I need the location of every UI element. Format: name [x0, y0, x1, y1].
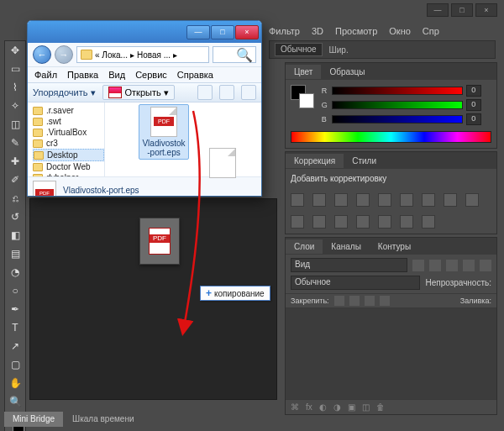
menu-view[interactable]: Просмотр [335, 26, 377, 36]
address-bar[interactable]: « Лока... ▸ Новая ... ▸ [76, 46, 209, 63]
g-slider[interactable] [332, 101, 463, 109]
move-tool-icon[interactable]: ✥ [5, 41, 25, 60]
history-brush-tool-icon[interactable]: ↺ [5, 208, 25, 226]
lock-pos-icon[interactable] [365, 296, 375, 306]
tree-item[interactable]: .swt [33, 116, 104, 127]
ps-close-button[interactable]: × [475, 3, 497, 17]
pen-tool-icon[interactable]: ✒ [5, 300, 25, 318]
open-split-button[interactable]: Открыть ▾ [102, 85, 175, 100]
tab-adjustments[interactable]: Коррекция [286, 154, 344, 168]
fx-icon[interactable]: fx [306, 402, 312, 412]
lock-all-icon[interactable] [380, 296, 390, 306]
zoom-tool-icon[interactable]: 🔍 [5, 392, 25, 411]
filter-type-icon[interactable] [446, 260, 458, 271]
b-slider[interactable] [332, 115, 463, 124]
tab-styles[interactable]: Стили [344, 154, 385, 168]
tab-swatches[interactable]: Образцы [321, 65, 373, 79]
menu-filter[interactable]: Фильтр [269, 26, 300, 36]
dialog-minimize-button[interactable]: — [186, 25, 210, 39]
blend-mode-select[interactable]: Обычное [275, 43, 323, 56]
dialog-maximize-button[interactable]: □ [211, 25, 234, 39]
dialog-close-button[interactable]: × [235, 25, 259, 39]
menu-file[interactable]: Файл [34, 70, 57, 80]
tree-item[interactable]: dvhelper [33, 172, 104, 176]
width-checkbox-label[interactable]: Шир. [329, 45, 349, 55]
vibrance-icon[interactable] [378, 193, 391, 207]
color-fg-bg-swatch[interactable] [291, 85, 314, 108]
dodge-tool-icon[interactable]: ○ [5, 281, 25, 300]
blend-mode-select-layers[interactable]: Обычное [291, 276, 420, 290]
shape-tool-icon[interactable]: ▢ [5, 355, 25, 374]
file-list[interactable]: PDF Vladivostok-port.eps [105, 102, 261, 176]
spectrum-ramp[interactable] [291, 131, 491, 143]
filter-shape-icon[interactable] [463, 260, 475, 271]
tab-layers[interactable]: Слои [286, 239, 323, 254]
tab-channels[interactable]: Каналы [323, 239, 370, 254]
help-button[interactable] [241, 85, 256, 100]
wand-tool-icon[interactable]: ✧ [5, 97, 25, 115]
levels-icon[interactable] [312, 193, 326, 207]
tree-item-selected[interactable]: Desktop [33, 149, 104, 161]
preview-pane-button[interactable] [219, 85, 234, 100]
menu-service[interactable]: Сервис [135, 70, 167, 80]
path-tool-icon[interactable]: ↗ [5, 337, 25, 355]
lock-paint-icon[interactable] [349, 296, 360, 306]
b-value[interactable]: 0 [466, 113, 481, 125]
exposure-icon[interactable] [356, 193, 370, 207]
hand-tool-icon[interactable]: ✋ [5, 374, 25, 392]
hue-icon[interactable] [400, 193, 413, 207]
heal-tool-icon[interactable]: ✚ [5, 152, 25, 171]
type-tool-icon[interactable]: T [5, 318, 25, 337]
file-item-selected[interactable]: PDF Vladivostok-port.eps [139, 104, 189, 160]
lookup-icon[interactable] [291, 215, 304, 229]
selective-icon[interactable] [400, 215, 413, 229]
mask-icon[interactable]: ◐ [319, 402, 327, 412]
more-icon[interactable] [422, 215, 435, 229]
search-box[interactable]: 🔍 [213, 46, 256, 63]
gradient-tool-icon[interactable]: ▤ [5, 244, 25, 263]
blur-tool-icon[interactable]: ◔ [5, 263, 25, 281]
eraser-tool-icon[interactable]: ◧ [5, 226, 25, 244]
eyedropper-tool-icon[interactable]: ✎ [5, 134, 25, 152]
r-value[interactable]: 0 [466, 85, 481, 97]
ps-maximize-button[interactable]: □ [451, 3, 473, 17]
layers-list[interactable] [286, 308, 496, 399]
marquee-tool-icon[interactable]: ▭ [5, 60, 25, 78]
tree-item[interactable]: Doctor Web [33, 161, 104, 172]
stamp-tool-icon[interactable]: ⎌ [5, 189, 25, 208]
dialog-titlebar[interactable]: — □ × [28, 21, 261, 43]
filter-adjust-icon[interactable] [429, 260, 441, 271]
fill-adjust-icon[interactable]: ◑ [333, 402, 341, 412]
bw-icon[interactable] [422, 193, 435, 207]
menu-help[interactable]: Спр [423, 26, 439, 36]
folder-tree[interactable]: .r.saver .swt .VirtualBox cr3 Desktop Do… [28, 102, 105, 176]
delete-layer-icon[interactable]: 🗑 [376, 402, 385, 412]
link-layers-icon[interactable]: ⌘ [291, 402, 299, 412]
menu-edit[interactable]: Правка [67, 70, 98, 80]
filter-smart-icon[interactable] [480, 260, 491, 271]
crop-tool-icon[interactable]: ◫ [5, 115, 25, 134]
view-mode-button[interactable] [197, 85, 213, 100]
tab-color[interactable]: Цвет [286, 65, 321, 79]
threshold-icon[interactable] [356, 215, 370, 229]
new-layer-icon[interactable]: ◫ [362, 402, 370, 412]
lasso-tool-icon[interactable]: ⌇ [5, 78, 25, 97]
organize-button[interactable]: Упорядочить ▾ [33, 87, 96, 98]
mixer-icon[interactable] [465, 193, 479, 207]
nav-forward-button[interactable]: → [55, 45, 73, 64]
tab-mini-bridge[interactable]: Mini Bridge [4, 412, 63, 427]
nav-back-button[interactable]: ← [33, 45, 51, 64]
curves-icon[interactable] [334, 193, 348, 207]
poster-icon[interactable] [334, 215, 348, 229]
lock-transp-icon[interactable] [334, 296, 344, 306]
filter-pixel-icon[interactable] [412, 260, 424, 271]
r-slider[interactable] [332, 87, 463, 95]
ps-minimize-button[interactable]: — [427, 3, 449, 17]
brush-tool-icon[interactable]: ✐ [5, 171, 25, 189]
tree-item[interactable]: .VirtualBox [33, 127, 104, 138]
breadcrumb-2[interactable]: Новая ... [137, 50, 171, 60]
tab-timeline[interactable]: Шкала времени [64, 412, 142, 427]
tab-paths[interactable]: Контуры [370, 239, 419, 254]
brightness-icon[interactable] [291, 193, 304, 207]
menu-window[interactable]: Окно [389, 26, 411, 36]
